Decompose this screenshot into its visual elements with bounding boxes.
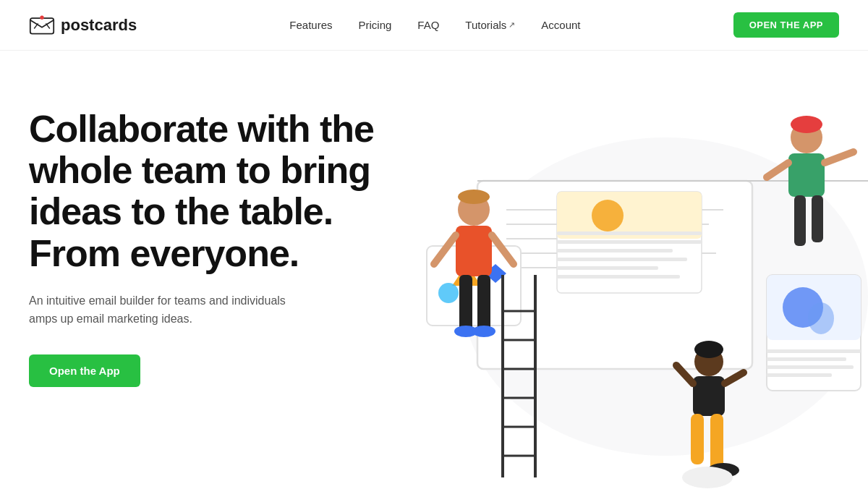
svg-point-40 xyxy=(458,190,490,204)
nav-link-faq[interactable]: FAQ xyxy=(417,19,439,31)
svg-rect-0 xyxy=(30,18,54,34)
nav-item-faq[interactable]: FAQ xyxy=(417,19,439,32)
nav-links: Features Pricing FAQ Tutorials ↗ Account xyxy=(289,19,580,32)
svg-rect-14 xyxy=(557,249,673,252)
svg-rect-12 xyxy=(557,231,702,235)
svg-rect-44 xyxy=(459,275,472,333)
nav-item-features[interactable]: Features xyxy=(289,19,332,32)
svg-point-47 xyxy=(472,326,495,337)
hero-section: Collaborate with the whole team to bring… xyxy=(0,51,868,497)
hero-subtext: An intuitive email builder for teams and… xyxy=(29,292,304,328)
open-app-hero-button[interactable]: Open the App xyxy=(29,354,140,387)
svg-point-68 xyxy=(694,341,723,358)
svg-rect-41 xyxy=(456,226,492,276)
logo-text: postcards xyxy=(61,16,137,35)
svg-rect-50 xyxy=(788,153,825,197)
nav-item-tutorials[interactable]: Tutorials ↗ xyxy=(465,19,515,31)
nav-link-features[interactable]: Features xyxy=(289,19,332,31)
svg-rect-24 xyxy=(767,365,854,369)
nav-item-account[interactable]: Account xyxy=(541,19,580,32)
logo-icon xyxy=(29,15,55,35)
svg-rect-54 xyxy=(812,195,823,242)
svg-rect-16 xyxy=(557,266,658,270)
svg-point-49 xyxy=(791,116,822,133)
nav-link-account[interactable]: Account xyxy=(541,19,580,31)
svg-point-11 xyxy=(592,200,624,231)
svg-point-75 xyxy=(682,467,733,488)
svg-rect-72 xyxy=(691,414,704,464)
svg-rect-17 xyxy=(557,275,680,279)
svg-point-21 xyxy=(808,302,834,334)
svg-rect-15 xyxy=(557,258,687,261)
hero-illustration xyxy=(362,51,868,497)
nav-link-pricing[interactable]: Pricing xyxy=(358,19,391,31)
svg-rect-69 xyxy=(693,376,725,416)
svg-rect-25 xyxy=(767,373,832,377)
hero-text-block: Collaborate with the whole team to bring… xyxy=(29,94,376,387)
nav-item-pricing[interactable]: Pricing xyxy=(358,19,391,32)
svg-rect-23 xyxy=(767,357,846,361)
svg-point-1 xyxy=(40,15,43,19)
main-nav: postcards Features Pricing FAQ Tutorials… xyxy=(0,0,868,51)
external-link-icon: ↗ xyxy=(509,20,515,30)
svg-rect-73 xyxy=(710,414,723,472)
svg-rect-13 xyxy=(557,240,702,244)
svg-rect-53 xyxy=(794,195,806,246)
logo[interactable]: postcards xyxy=(29,15,137,35)
svg-line-52 xyxy=(825,152,854,163)
open-app-nav-button[interactable]: OPEN THE APP xyxy=(733,12,839,38)
hero-heading: Collaborate with the whole team to bring… xyxy=(29,109,376,274)
svg-point-29 xyxy=(438,283,459,303)
svg-rect-22 xyxy=(767,349,861,353)
nav-link-tutorials[interactable]: Tutorials ↗ xyxy=(465,19,515,31)
svg-rect-45 xyxy=(477,275,490,333)
